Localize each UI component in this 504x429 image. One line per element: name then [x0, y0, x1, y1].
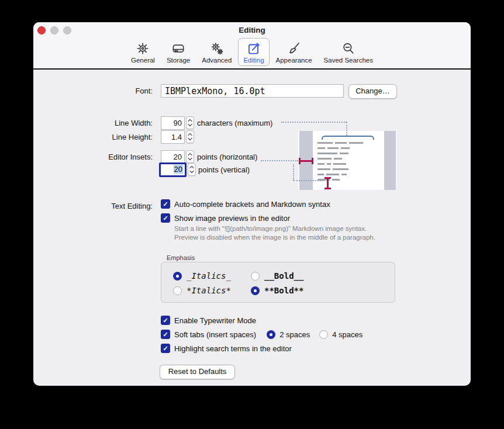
editor-insets-label: Editor Insets: — [33, 153, 153, 161]
autocomplete-checkbox[interactable]: ✓ — [161, 199, 170, 209]
tab-editing[interactable]: Editing — [238, 38, 269, 66]
selected-text: 20 — [174, 165, 183, 174]
dotted-connector-linewidth — [281, 122, 347, 123]
soft-tabs-row: ✓ Soft tabs (insert spaces) 2 spaces 4 s… — [161, 330, 363, 339]
gear-icon — [135, 41, 150, 56]
tab-storage[interactable]: Storage — [161, 38, 195, 66]
tab-appearance[interactable]: Appearance — [271, 38, 317, 66]
emphasis-option-bold-underscore[interactable]: __Bold__ — [251, 271, 303, 281]
radio-selected-icon[interactable] — [173, 272, 182, 281]
magnifier-minus-icon — [341, 41, 356, 56]
line-width-brace — [322, 136, 374, 140]
tab-advanced[interactable]: Advanced — [196, 38, 237, 66]
edit-square-icon — [246, 41, 261, 56]
checkbox-label: Soft tabs (insert spaces) — [174, 330, 256, 339]
stepper-arrows-icon — [187, 117, 194, 129]
paintbrush-icon — [286, 41, 302, 56]
tab-label: Advanced — [202, 57, 232, 64]
checkbox-label: Enable Typewriter Mode — [174, 316, 256, 325]
line-width-suffix: characters (maximum) — [197, 119, 272, 127]
radio-selected-icon[interactable] — [251, 286, 260, 295]
typewriter-checkbox[interactable]: ✓ — [161, 316, 170, 325]
tab-general[interactable]: General — [126, 38, 160, 66]
two-spaces-radio[interactable] — [267, 330, 275, 339]
drive-icon — [171, 41, 186, 56]
insets-vertical-stepper[interactable] — [188, 163, 196, 176]
emphasis-option-italics-asterisk[interactable]: *Italics* — [173, 286, 231, 295]
emphasis-group-label: Emphasis — [167, 254, 195, 261]
font-field[interactable]: IBMPlexMono, 16.0pt — [161, 84, 344, 98]
check-icon: ✓ — [163, 199, 168, 209]
stepper-arrows-icon — [187, 151, 194, 162]
emphasis-option-bold-asterisk[interactable]: **Bold** — [251, 286, 303, 295]
checkbox-label: Show image previews in the editor — [174, 214, 290, 223]
dotted-connector-horizontal-inset — [261, 160, 298, 161]
dotted-connector-vertical-inset — [294, 180, 323, 181]
checkbox-label: Auto-complete brackets and Markdown synt… — [174, 200, 330, 209]
reset-defaults-button[interactable]: Reset to Defaults — [160, 365, 235, 379]
font-label: Font: — [33, 87, 153, 95]
line-width-stepper[interactable] — [186, 116, 194, 129]
line-height-label: Line Height: — [33, 133, 153, 141]
tab-label: Storage — [167, 57, 190, 64]
insets-horizontal-suffix: points (horizontal) — [197, 153, 257, 161]
preferences-content: Font: IBMPlexMono, 16.0pt Change… Line W… — [33, 70, 471, 386]
vertical-inset-marker — [325, 177, 331, 189]
preferences-toolbar: General Storage — [33, 37, 471, 68]
insets-horizontal-stepper[interactable] — [186, 150, 194, 163]
radio-label: __Bold__ — [264, 271, 303, 281]
preferences-window: Editing General — [33, 22, 471, 386]
radio-label: 2 spaces — [279, 330, 310, 339]
gears-icon — [209, 41, 225, 56]
autocomplete-row: ✓ Auto-complete brackets and Markdown sy… — [161, 199, 330, 209]
highlight-search-checkbox[interactable]: ✓ — [161, 344, 170, 353]
text-editing-label: Text Editing: — [33, 202, 153, 210]
radio-label: *Italics* — [187, 286, 231, 295]
window-header: Editing General — [33, 22, 471, 70]
dotted-connector-vertical-inset-drop — [293, 164, 294, 181]
checkbox-label: Highlight search terms in the editor — [174, 344, 292, 353]
radio-icon[interactable] — [173, 286, 182, 295]
tab-label: General — [131, 57, 155, 64]
check-icon: ✓ — [163, 344, 168, 353]
stepper-arrows-icon — [187, 131, 194, 143]
four-spaces-radio[interactable] — [319, 330, 328, 339]
image-previews-checkbox[interactable]: ✓ — [161, 213, 170, 223]
dotted-connector-linewidth-drop — [346, 122, 347, 136]
line-height-stepper[interactable] — [186, 130, 194, 143]
line-width-field[interactable]: 90 — [161, 116, 185, 130]
emphasis-option-italics-underscore[interactable]: _Italics_ — [173, 271, 231, 281]
radio-icon[interactable] — [251, 272, 260, 281]
tab-label: Appearance — [276, 57, 312, 64]
check-icon: ✓ — [163, 213, 168, 223]
horizontal-inset-marker — [299, 158, 313, 164]
soft-tabs-checkbox[interactable]: ✓ — [161, 330, 170, 339]
window-title: Editing — [33, 26, 471, 34]
tab-label: Saved Searches — [324, 57, 373, 64]
tab-saved-searches[interactable]: Saved Searches — [319, 38, 378, 66]
radio-label: **Bold** — [264, 286, 303, 295]
radio-label: 4 spaces — [332, 330, 363, 339]
image-previews-row: ✓ Show image previews in the editor — [161, 213, 290, 223]
preview-right-margin — [384, 131, 396, 190]
check-icon: ✓ — [163, 316, 168, 325]
line-height-field[interactable]: 1.4 — [161, 130, 185, 144]
highlight-search-row: ✓ Highlight search terms in the editor — [161, 344, 292, 353]
typewriter-row: ✓ Enable Typewriter Mode — [161, 316, 256, 325]
line-width-label: Line Width: — [33, 119, 153, 127]
insets-vertical-suffix: points (vertical) — [198, 165, 250, 174]
tab-label: Editing — [243, 57, 264, 64]
check-icon: ✓ — [163, 330, 168, 339]
radio-label: _Italics_ — [187, 271, 231, 281]
titlebar: Editing — [33, 22, 471, 37]
help-text-line2: Preview is disabled when the image is in… — [174, 234, 375, 241]
stepper-arrows-icon — [188, 164, 195, 175]
emphasis-group-box — [161, 262, 395, 303]
insets-vertical-field[interactable]: 20 — [159, 162, 187, 177]
help-text-line1: Start a line with “![](path/to/image.png… — [174, 225, 367, 232]
insets-horizontal-field[interactable]: 20 — [161, 150, 185, 164]
change-font-button[interactable]: Change… — [348, 84, 397, 99]
